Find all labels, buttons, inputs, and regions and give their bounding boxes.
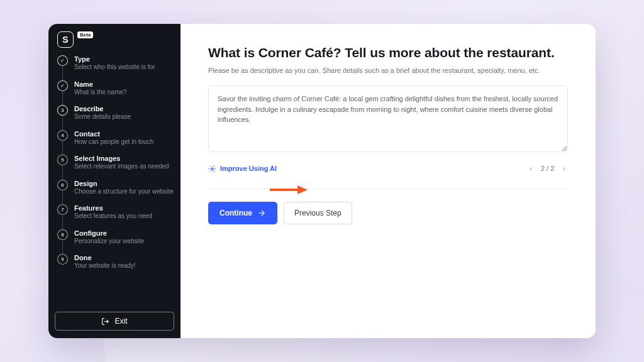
beta-badge: Beta xyxy=(77,31,93,38)
main-panel: What is Corner Café? Tell us more about … xyxy=(180,24,596,338)
sidebar: S Beta ✓TypeSelect who this website is f… xyxy=(48,24,180,338)
action-row: Continue Previous Step xyxy=(208,202,568,224)
step-title: Contact xyxy=(74,130,153,138)
exit-icon xyxy=(101,317,109,326)
page-subtitle: Please be as descriptive as you can. Sha… xyxy=(208,67,568,74)
logo: S Beta xyxy=(55,30,174,54)
improve-using-ai-link[interactable]: Improve Using AI xyxy=(208,165,277,173)
step-subtitle: Some details please xyxy=(74,113,131,121)
step-title: Features xyxy=(74,204,152,212)
step-subtitle: What is the name? xyxy=(74,89,126,97)
step-type[interactable]: ✓TypeSelect who this website is for xyxy=(57,55,174,80)
continue-button[interactable]: Continue xyxy=(208,202,277,224)
step-title: Name xyxy=(74,80,126,88)
step-describe[interactable]: 3DescribeSome details please xyxy=(57,105,174,130)
step-subtitle: Select features as you need xyxy=(74,212,152,221)
exit-label: Exit xyxy=(114,317,127,326)
step-title: Select Images xyxy=(74,155,169,162)
step-number-icon: 4 xyxy=(57,130,68,141)
step-features[interactable]: 7FeaturesSelect features as you need xyxy=(57,204,174,229)
check-icon: ✓ xyxy=(57,55,68,66)
step-title: Done xyxy=(74,254,135,261)
divider xyxy=(208,189,568,189)
page-title: What is Corner Café? Tell us more about … xyxy=(208,45,568,60)
step-configure[interactable]: 8ConfigurePersonalize your website xyxy=(57,229,174,255)
step-subtitle: Your website is ready! xyxy=(74,262,135,270)
pager-next-icon[interactable]: › xyxy=(560,163,568,173)
step-number-icon: 3 xyxy=(57,105,68,116)
check-icon: ✓ xyxy=(57,80,68,91)
step-title: Describe xyxy=(74,105,131,112)
description-textarea[interactable] xyxy=(208,85,568,152)
pager: ‹ 2 / 2 › xyxy=(527,163,568,173)
step-select-images[interactable]: 5Select ImagesSelect relevant images as … xyxy=(57,155,174,180)
step-subtitle: Select who this website is for xyxy=(74,63,155,72)
step-number-icon: 7 xyxy=(57,204,68,215)
step-title: Configure xyxy=(74,229,144,237)
arrow-right-icon xyxy=(257,209,266,217)
logo-mark: S xyxy=(57,31,74,48)
pager-prev-icon[interactable]: ‹ xyxy=(527,163,535,173)
exit-button[interactable]: Exit xyxy=(55,312,174,331)
previous-label: Previous Step xyxy=(294,209,341,217)
step-done[interactable]: 9DoneYour website is ready! xyxy=(57,254,174,279)
step-contact[interactable]: 4ContactHow can people get in touch xyxy=(57,130,174,155)
step-number-icon: 8 xyxy=(57,229,68,240)
textarea-footer: Improve Using AI ‹ 2 / 2 › xyxy=(208,163,568,173)
step-number-icon: 9 xyxy=(57,254,68,265)
step-subtitle: Select relevant images as needed xyxy=(74,163,169,171)
step-number-icon: 5 xyxy=(57,155,68,165)
steps-list: ✓TypeSelect who this website is for✓Name… xyxy=(55,54,174,312)
step-subtitle: Choose a structure for your website xyxy=(74,188,174,196)
sparkle-icon xyxy=(208,165,216,173)
step-title: Design xyxy=(74,180,174,187)
previous-step-button[interactable]: Previous Step xyxy=(284,202,352,224)
step-design[interactable]: 6DesignChoose a structure for your websi… xyxy=(57,180,174,205)
step-subtitle: Personalize your website xyxy=(74,238,144,246)
pager-text: 2 / 2 xyxy=(541,165,554,172)
app-frame: S Beta ✓TypeSelect who this website is f… xyxy=(48,24,596,338)
step-number-icon: 6 xyxy=(57,180,68,190)
step-subtitle: How can people get in touch xyxy=(74,138,153,146)
improve-label: Improve Using AI xyxy=(220,165,277,172)
step-title: Type xyxy=(74,55,155,63)
continue-label: Continue xyxy=(219,209,252,217)
step-name[interactable]: ✓NameWhat is the name? xyxy=(57,80,174,106)
